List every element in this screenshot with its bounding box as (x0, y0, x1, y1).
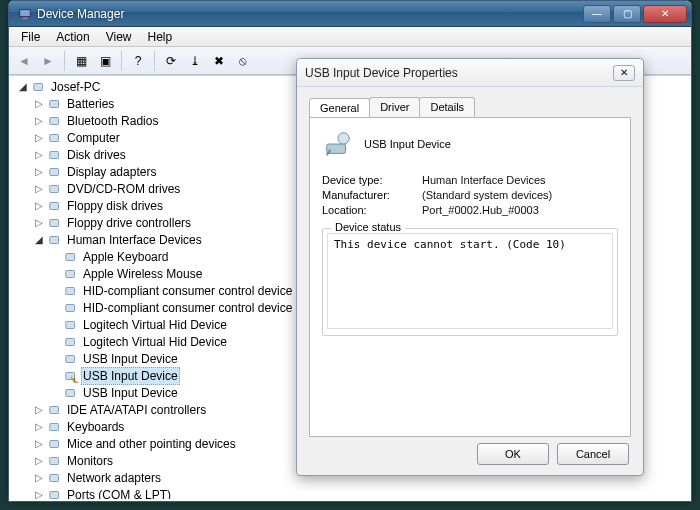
tree-item-label: Floppy disk drives (65, 198, 165, 214)
hid-icon (63, 385, 79, 401)
update-icon[interactable]: ⤓ (184, 50, 206, 72)
monitor-icon (47, 453, 63, 469)
tree-item-label: USB Input Device (81, 385, 180, 401)
expand-toggle[interactable]: ▷ (33, 164, 45, 180)
titlebar[interactable]: Device Manager — ▢ ✕ (9, 1, 691, 27)
menu-help[interactable]: Help (140, 28, 181, 46)
expand-toggle[interactable]: ▷ (33, 419, 45, 435)
forward-icon: ► (37, 50, 59, 72)
battery-icon (47, 96, 63, 112)
svg-rect-8 (50, 185, 59, 192)
svg-rect-28 (50, 491, 59, 498)
svg-point-31 (338, 133, 349, 144)
tree-item-label: Human Interface Devices (65, 232, 204, 248)
tree-item-label: Bluetooth Radios (65, 113, 160, 129)
tree-item-label: Batteries (65, 96, 116, 112)
dialog-close-button[interactable]: ✕ (613, 65, 635, 81)
svg-rect-12 (66, 253, 75, 260)
network-icon (47, 470, 63, 486)
disk-icon (47, 147, 63, 163)
device-type-label: Device type: (322, 174, 422, 186)
device-manager-icon (17, 6, 33, 22)
maximize-button[interactable]: ▢ (613, 5, 641, 23)
tree-item-label: Display adapters (65, 164, 158, 180)
expand-toggle[interactable]: ▷ (33, 130, 45, 146)
expand-toggle[interactable]: ▷ (33, 215, 45, 231)
manufacturer-value: (Standard system devices) (422, 189, 618, 201)
toolbar-separator (154, 51, 155, 71)
expand-toggle[interactable]: ▷ (33, 487, 45, 500)
svg-rect-15 (66, 304, 75, 311)
expand-toggle[interactable]: ▷ (33, 402, 45, 418)
ide-icon (47, 402, 63, 418)
hid-icon (63, 334, 79, 350)
close-button[interactable]: ✕ (643, 5, 687, 23)
svg-rect-5 (50, 134, 59, 141)
tree-category[interactable]: ▷Ports (COM & LPT) (13, 486, 687, 499)
device-status-text[interactable] (327, 233, 613, 329)
expand-toggle[interactable]: ▷ (33, 147, 45, 163)
expand-toggle[interactable]: ▷ (33, 181, 45, 197)
tree-item-label: Apple Keyboard (81, 249, 170, 265)
hid-icon (63, 317, 79, 333)
show-hidden-icon[interactable]: ▦ (70, 50, 92, 72)
tree-item-label: Josef-PC (49, 79, 102, 95)
expand-toggle[interactable]: ▷ (33, 96, 45, 112)
uninstall-icon[interactable]: ✖ (208, 50, 230, 72)
display-icon (47, 164, 63, 180)
tree-item-label: Mice and other pointing devices (65, 436, 238, 452)
svg-text:!: ! (74, 376, 76, 383)
svg-rect-6 (50, 151, 59, 158)
expand-toggle[interactable]: ▷ (33, 453, 45, 469)
floppy-icon (47, 198, 63, 214)
menu-action[interactable]: Action (48, 28, 97, 46)
minimize-button[interactable]: — (583, 5, 611, 23)
tab-general-panel: USB Input Device Device type: Human Inte… (309, 117, 631, 437)
menubar: FileActionViewHelp (9, 27, 691, 47)
device-type-value: Human Interface Devices (422, 174, 618, 186)
svg-rect-18 (66, 355, 75, 362)
tree-item-label: Ports (COM & LPT) (65, 487, 173, 500)
expand-toggle[interactable]: ◢ (33, 232, 45, 248)
dialog-titlebar[interactable]: USB Input Device Properties ✕ (297, 59, 643, 87)
toolbar-separator (64, 51, 65, 71)
ok-button[interactable]: OK (477, 443, 549, 465)
svg-rect-24 (50, 423, 59, 430)
device-name: USB Input Device (364, 138, 451, 150)
help-icon[interactable]: ? (127, 50, 149, 72)
cancel-button[interactable]: Cancel (557, 443, 629, 465)
window-title: Device Manager (37, 7, 581, 21)
tree-item-label: Disk drives (65, 147, 128, 163)
tree-item-label: Keyboards (65, 419, 126, 435)
svg-rect-11 (50, 236, 59, 243)
menu-view[interactable]: View (98, 28, 140, 46)
svg-rect-25 (50, 440, 59, 447)
tree-item-label: USB Input Device (81, 367, 180, 385)
tree-item-label: USB Input Device (81, 351, 180, 367)
expand-toggle[interactable]: ▷ (33, 113, 45, 129)
tab-details[interactable]: Details (419, 97, 475, 117)
svg-rect-9 (50, 202, 59, 209)
tree-item-label: Logitech Virtual Hid Device (81, 334, 229, 350)
properties-icon[interactable]: ▣ (94, 50, 116, 72)
expand-toggle[interactable]: ◢ (17, 79, 29, 95)
menu-file[interactable]: File (13, 28, 48, 46)
dialog-tabs: GeneralDriverDetails (309, 97, 631, 117)
tab-driver[interactable]: Driver (369, 97, 420, 117)
expand-toggle[interactable]: ▷ (33, 436, 45, 452)
svg-rect-3 (50, 100, 59, 107)
computer-icon (31, 79, 47, 95)
tab-general[interactable]: General (309, 98, 370, 118)
expand-toggle[interactable]: ▷ (33, 198, 45, 214)
scan-icon[interactable]: ⟳ (160, 50, 182, 72)
dialog-title: USB Input Device Properties (305, 66, 613, 80)
expand-toggle[interactable]: ▷ (33, 470, 45, 486)
svg-rect-10 (50, 219, 59, 226)
device-icon (322, 128, 354, 160)
disable-icon[interactable]: ⦸ (232, 50, 254, 72)
tree-item-label: DVD/CD-ROM drives (65, 181, 182, 197)
location-label: Location: (322, 204, 422, 216)
svg-rect-14 (66, 287, 75, 294)
computer-icon (47, 130, 63, 146)
hid-icon (47, 232, 63, 248)
